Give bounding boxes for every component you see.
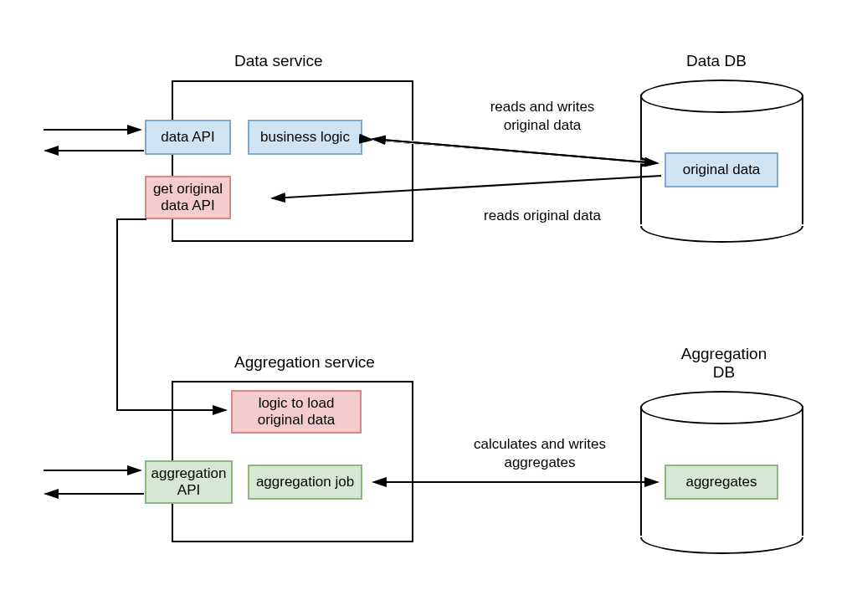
edge-calc-writes-aggregates: calculates and writes aggregates <box>456 435 624 472</box>
edge-reads-original: reads original data <box>467 207 618 225</box>
data-api-label: data API <box>161 129 214 146</box>
data-service-title: Data service <box>234 52 323 70</box>
business-logic-label: business logic <box>260 129 350 146</box>
arrow-biz-right <box>372 139 658 163</box>
aggregation-api-box: aggregation API <box>145 460 233 504</box>
edge-reads-writes-original: reads and writes original data <box>467 98 618 135</box>
logic-load-original-label: logic to load original data <box>234 395 358 429</box>
svg-line-0 <box>372 139 658 163</box>
logic-load-original-box: logic to load original data <box>231 390 362 434</box>
data-db-title: Data DB <box>686 52 747 70</box>
data-api-box: data API <box>145 120 231 155</box>
aggregation-db-title: Aggregation DB <box>674 345 774 382</box>
aggregates-label: aggregates <box>685 474 757 490</box>
aggregation-service-title: Aggregation service <box>234 353 375 372</box>
aggregation-api-label: aggregation API <box>148 465 229 499</box>
get-original-data-api-label: get original data API <box>148 181 228 214</box>
get-original-data-api-box: get original data API <box>145 176 231 219</box>
original-data-box: original data <box>665 152 778 187</box>
arrow-business-original <box>372 140 654 163</box>
aggregation-job-box: aggregation job <box>248 465 362 500</box>
aggregates-box: aggregates <box>665 465 778 500</box>
arrow-biz-left <box>372 139 658 163</box>
original-data-label: original data <box>683 162 761 178</box>
aggregation-job-label: aggregation job <box>256 474 354 490</box>
business-logic-box: business logic <box>248 120 362 155</box>
